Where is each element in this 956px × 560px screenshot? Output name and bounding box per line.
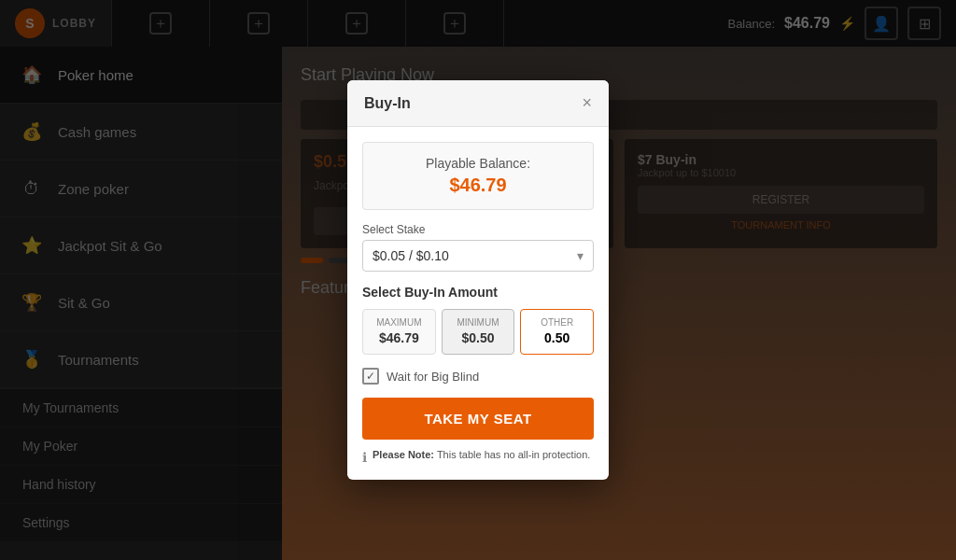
playable-balance-amount: $46.79 (376, 175, 580, 196)
maximum-value: $46.79 (379, 330, 419, 345)
buy-in-maximum[interactable]: MAXIMUM $46.79 (362, 309, 436, 355)
buy-in-modal: Buy-In × Playable Balance: $46.79 Select… (347, 80, 609, 480)
maximum-label: MAXIMUM (369, 317, 429, 328)
minimum-value: $0.50 (461, 330, 494, 345)
modal-body: Playable Balance: $46.79 Select Stake $0… (347, 127, 609, 480)
buy-in-section-label: Select Buy-In Amount (362, 285, 594, 300)
checkmark-icon: ✓ (366, 370, 375, 383)
playable-balance-label: Playable Balance: (376, 156, 580, 171)
modal-overlay: Buy-In × Playable Balance: $46.79 Select… (0, 0, 956, 560)
modal-close-button[interactable]: × (582, 93, 592, 113)
buy-in-options: MAXIMUM $46.79 MINIMUM $0.50 OTHER (362, 309, 594, 355)
modal-title: Buy-In (364, 95, 411, 112)
wait-blind-checkbox[interactable]: ✓ (362, 368, 379, 385)
stake-select-dropdown[interactable]: $0.05 / $0.10 ▾ (362, 240, 594, 272)
take-seat-button[interactable]: TAKE MY SEAT (362, 398, 594, 440)
playable-balance-box: Playable Balance: $46.79 (362, 142, 594, 210)
stake-value: $0.05 / $0.10 (373, 248, 449, 263)
modal-header: Buy-In × (347, 80, 609, 127)
info-icon: ℹ (362, 450, 367, 465)
wait-blind-row: ✓ Wait for Big Blind (362, 368, 594, 385)
other-amount-input[interactable] (527, 330, 587, 345)
notice-text: Please Note: This table has no all-in pr… (373, 449, 590, 460)
wait-blind-label: Wait for Big Blind (387, 370, 479, 384)
notice-body: This table has no all-in protection. (437, 449, 590, 460)
chevron-down-icon: ▾ (577, 248, 583, 263)
buy-in-minimum[interactable]: MINIMUM $0.50 (442, 309, 515, 355)
other-label: OTHER (527, 317, 587, 328)
buy-in-other: OTHER (520, 309, 594, 355)
minimum-label: MINIMUM (448, 317, 509, 328)
stake-select-label: Select Stake (362, 223, 594, 236)
notice-row: ℹ Please Note: This table has no all-in … (362, 449, 594, 465)
notice-bold: Please Note: (373, 449, 434, 460)
